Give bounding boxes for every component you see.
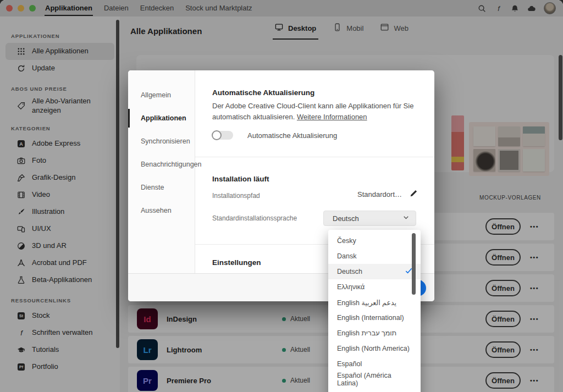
language-option-label: English يدعم العربية	[337, 299, 396, 307]
language-option[interactable]: Ελληνικά	[328, 279, 421, 295]
language-option[interactable]: English (North America)	[328, 341, 421, 356]
creative-cloud-window: ApplikationenDateienEntdeckenStock und M…	[0, 0, 563, 392]
settings-nav-item[interactable]: Synchronisieren	[128, 134, 195, 148]
language-option[interactable]: Español	[328, 356, 421, 372]
language-option-label: English (International)	[337, 314, 404, 322]
settings-nav: AllgemeinApplikationenSynchronisierenBen…	[128, 70, 195, 273]
language-option[interactable]: Dansk	[328, 249, 421, 264]
settings-nav-item[interactable]: Dienste	[128, 180, 195, 195]
language-select[interactable]: Deutsch	[323, 211, 416, 226]
toggle-knob	[212, 130, 222, 140]
settings-section-title: Einstellungen	[212, 258, 261, 267]
install-section-title: Installation läuft	[212, 175, 269, 183]
language-option-label: Deutsch	[337, 268, 362, 275]
settings-nav-item[interactable]: Allgemein	[128, 88, 195, 102]
language-option[interactable]: Español (América Latina)	[328, 372, 421, 387]
chevron-down-icon	[402, 213, 410, 223]
settings-nav-item[interactable]: Aussehen	[128, 203, 195, 218]
language-option[interactable]: English תומך עברית	[328, 325, 421, 341]
language-option-label: Ελληνικά	[337, 283, 365, 291]
auto-update-title: Automatische Aktualisierung	[212, 89, 314, 97]
more-info-link[interactable]: Weitere Informationen	[297, 113, 367, 121]
language-option-label: Dansk	[337, 252, 356, 260]
dropdown-scrollbar[interactable]	[412, 233, 416, 295]
toggle-label: Automatische Aktualisierung	[247, 131, 337, 140]
settings-nav-item[interactable]: Applikationen	[128, 111, 195, 125]
install-path-value: Standardort…	[357, 190, 402, 198]
language-dropdown: Česky Dansk Deutsch Ελληνικά English يدع…	[328, 230, 421, 392]
edit-pencil-icon[interactable]	[410, 189, 418, 199]
language-select-value: Deutsch	[333, 214, 359, 223]
language-option-label: English (North America)	[337, 345, 410, 352]
settings-nav-item[interactable]: Benachrichtigungen	[128, 157, 195, 172]
language-option-label: Česky	[337, 237, 356, 245]
install-path-label: Installationspfad	[212, 192, 260, 200]
language-option[interactable]: Deutsch	[328, 264, 421, 279]
language-option-label: Español (América Latina)	[337, 372, 413, 387]
install-language-label: Standardinstallationssprache	[212, 214, 297, 222]
auto-update-description: Der Adobe Creative Cloud-Client kann all…	[212, 101, 424, 123]
auto-update-toggle[interactable]	[212, 131, 233, 140]
language-option[interactable]: Česky	[328, 233, 421, 249]
language-option-label: English תומך עברית	[337, 329, 396, 337]
language-option[interactable]: English (International)	[328, 310, 421, 325]
language-option-label: Español	[337, 360, 362, 368]
language-option[interactable]: English يدعم العربية	[328, 295, 421, 310]
